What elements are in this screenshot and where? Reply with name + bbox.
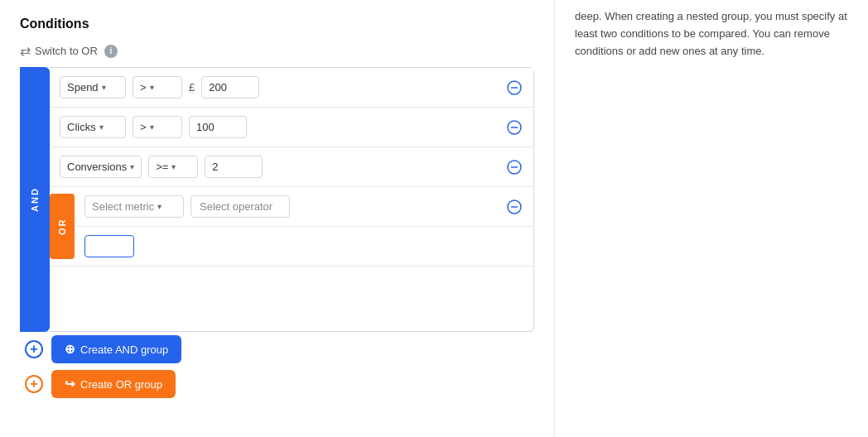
help-text: deep. When creating a nested group, you … xyxy=(575,8,848,60)
switch-arrows-icon: ⇄ xyxy=(20,43,31,59)
create-and-label: Create AND group xyxy=(80,343,168,356)
value-input-conversions[interactable] xyxy=(205,156,263,178)
chevron-down-icon: ▾ xyxy=(171,162,176,171)
chevron-down-icon: ▾ xyxy=(130,162,134,171)
switch-or-label: Switch to OR xyxy=(35,45,98,57)
chevron-down-icon: ▾ xyxy=(150,83,154,92)
plus-icon: ⊕ xyxy=(65,342,75,357)
or-subgroup: OR Select metric ▾ Select operator xyxy=(50,187,533,267)
operator-dropdown-conversions[interactable]: >= ▾ xyxy=(148,156,198,178)
or-condition-row-new: Select metric ▾ Select operator xyxy=(75,187,533,227)
metric-label-conversions: Conversions xyxy=(67,161,127,173)
add-or-plus-button[interactable]: + xyxy=(25,375,43,393)
chevron-down-icon: ▾ xyxy=(99,122,104,132)
metric-dropdown-clicks[interactable]: Clicks ▾ xyxy=(60,116,126,138)
metric-label-clicks: Clicks xyxy=(67,121,96,133)
create-or-group-button[interactable]: ↪ Create OR group xyxy=(51,370,176,398)
minus-circle-icon xyxy=(507,80,522,95)
metric-label-spend: Spend xyxy=(67,81,99,94)
conditions-list: Spend ▾ > ▾ £ Click xyxy=(50,67,534,332)
info-icon[interactable]: i xyxy=(104,45,118,58)
select-metric-placeholder: Select metric xyxy=(92,200,154,213)
page-title: Conditions xyxy=(20,17,534,31)
action-buttons-row: + ⊕ Create AND group xyxy=(20,335,534,363)
chevron-down-icon: ▾ xyxy=(150,122,154,132)
operator-label-clicks: > xyxy=(140,121,147,133)
and-bar: AND xyxy=(20,67,50,332)
select-operator-dropdown[interactable]: Select operator xyxy=(190,195,290,218)
minus-circle-icon xyxy=(507,120,522,135)
value-input-or[interactable] xyxy=(84,235,134,257)
or-bar: OR xyxy=(50,194,75,259)
switch-or-row: ⇄ Switch to OR i xyxy=(20,43,534,59)
remove-button-spend[interactable] xyxy=(505,80,523,95)
remove-button-conversions[interactable] xyxy=(505,160,523,175)
create-or-label: Create OR group xyxy=(80,378,162,391)
select-operator-placeholder: Select operator xyxy=(200,200,272,213)
left-panel: Conditions ⇄ Switch to OR i AND Spend ▾ … xyxy=(0,0,555,437)
switch-to-or-button[interactable]: ⇄ Switch to OR xyxy=(20,43,98,59)
condition-row-clicks: Clicks ▾ > ▾ xyxy=(50,108,533,147)
remove-button-clicks[interactable] xyxy=(505,120,523,135)
main-group: AND Spend ▾ > ▾ £ xyxy=(20,67,534,332)
right-panel: deep. When creating a nested group, you … xyxy=(555,0,868,437)
condition-row-spend: Spend ▾ > ▾ £ xyxy=(50,68,533,108)
create-and-group-button[interactable]: ⊕ Create AND group xyxy=(51,335,181,363)
value-input-spend[interactable] xyxy=(201,76,259,98)
or-value-row xyxy=(75,227,533,266)
minus-circle-icon xyxy=(507,160,522,175)
chevron-down-icon: ▾ xyxy=(157,202,162,211)
operator-label-spend: > xyxy=(140,81,147,94)
minus-circle-icon xyxy=(507,199,522,214)
chevron-down-icon: ▾ xyxy=(102,83,106,92)
operator-label-conversions: >= xyxy=(156,161,168,173)
operator-dropdown-spend[interactable]: > ▾ xyxy=(133,76,182,98)
operator-dropdown-clicks[interactable]: > ▾ xyxy=(133,116,182,138)
metric-dropdown-spend[interactable]: Spend ▾ xyxy=(60,76,126,98)
value-input-clicks[interactable] xyxy=(189,116,247,138)
condition-row-conversions: Conversions ▾ >= ▾ xyxy=(50,147,533,187)
add-condition-plus-button[interactable]: + xyxy=(25,340,43,358)
remove-button-or[interactable] xyxy=(505,199,523,214)
or-inner: Select metric ▾ Select operator xyxy=(75,187,533,266)
or-plus-icon: ↪ xyxy=(65,377,75,391)
currency-sign-spend: £ xyxy=(189,81,195,94)
select-metric-dropdown[interactable]: Select metric ▾ xyxy=(84,195,184,218)
metric-dropdown-conversions[interactable]: Conversions ▾ xyxy=(60,156,142,178)
create-or-row: + ↪ Create OR group xyxy=(20,370,534,398)
